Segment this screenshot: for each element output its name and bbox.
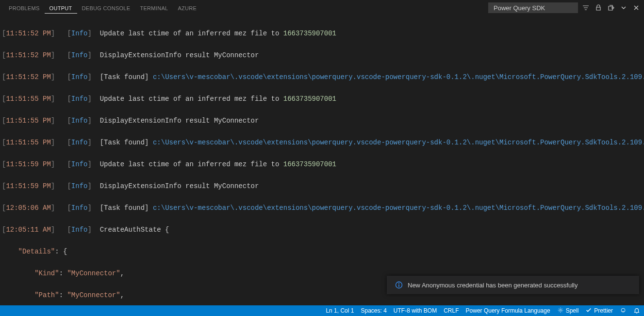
status-eol[interactable]: CRLF: [444, 307, 459, 314]
tab-terminal[interactable]: TERMINAL: [135, 2, 173, 14]
tab-problems[interactable]: PROBLEMS: [4, 2, 45, 14]
output-log[interactable]: [11:51:52 PM] [Info] Update last ctime o…: [0, 16, 644, 316]
tab-azure[interactable]: AZURE: [173, 2, 201, 14]
tab-debug-console[interactable]: DEBUG CONSOLE: [77, 2, 135, 14]
filter-icon[interactable]: [582, 4, 590, 12]
check-icon: [585, 307, 592, 315]
panel-header: PROBLEMS OUTPUT DEBUG CONSOLE TERMINAL A…: [0, 0, 644, 16]
svg-point-3: [560, 309, 561, 311]
output-channel-label: Power Query SDK: [494, 4, 545, 12]
panel-tabs: PROBLEMS OUTPUT DEBUG CONSOLE TERMINAL A…: [4, 2, 201, 14]
gear-icon: [557, 307, 564, 315]
svg-point-1: [398, 283, 399, 284]
status-prettier[interactable]: Prettier: [585, 307, 613, 315]
status-encoding[interactable]: UTF-8 with BOM: [394, 307, 437, 314]
close-panel-icon[interactable]: [632, 4, 640, 12]
status-bar: Ln 1, Col 1 Spaces: 4 UTF-8 with BOM CRL…: [0, 305, 644, 316]
clear-output-icon[interactable]: [607, 4, 615, 12]
status-feedback-icon[interactable]: [620, 307, 627, 314]
info-icon: [395, 281, 403, 289]
status-bell-icon[interactable]: [633, 307, 640, 314]
status-ln-col[interactable]: Ln 1, Col 1: [326, 307, 354, 314]
panel-header-actions: [582, 4, 640, 12]
output-channel-select[interactable]: Power Query SDK: [488, 2, 578, 13]
tab-output[interactable]: OUTPUT: [45, 2, 77, 14]
status-spell[interactable]: Spell: [557, 307, 579, 315]
svg-rect-2: [398, 284, 399, 287]
notification-toast[interactable]: New Anonymous credential has been genera…: [387, 276, 639, 294]
notification-message: New Anonymous credential has been genera…: [408, 282, 578, 289]
status-spaces[interactable]: Spaces: 4: [361, 307, 386, 314]
chevron-down-collapse-icon[interactable]: [620, 4, 627, 12]
status-language[interactable]: Power Query Formula Language: [466, 307, 550, 314]
lock-icon[interactable]: [594, 4, 602, 12]
